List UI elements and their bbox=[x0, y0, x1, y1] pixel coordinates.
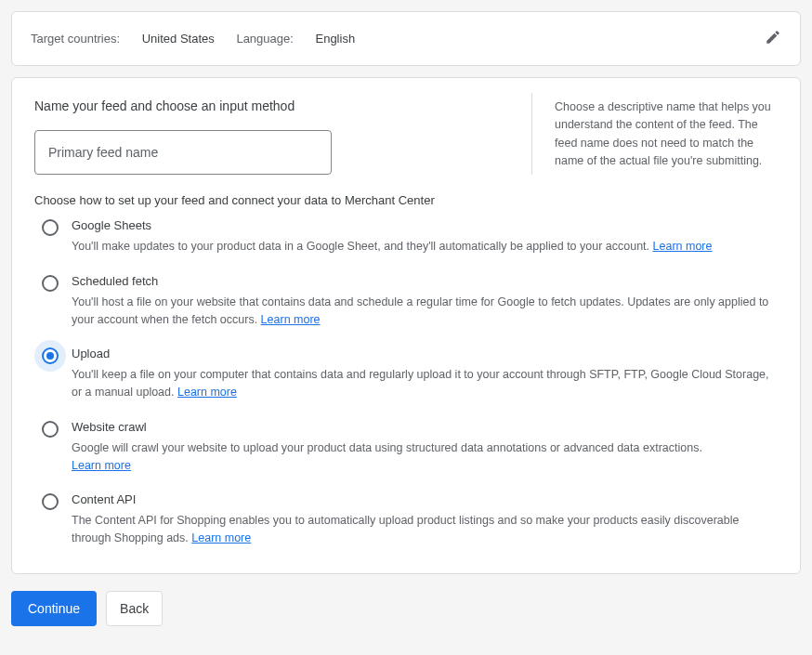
radio-upload[interactable]: Upload You'll keep a file on your comput… bbox=[34, 347, 778, 401]
radio-icon bbox=[42, 219, 59, 236]
language-label: Language: bbox=[236, 32, 293, 46]
radio-icon bbox=[42, 421, 59, 438]
radio-description: You'll make updates to your product data… bbox=[72, 240, 649, 253]
radio-title: Content API bbox=[72, 492, 778, 506]
radio-title: Google Sheets bbox=[72, 218, 778, 232]
radio-icon bbox=[42, 275, 59, 292]
button-row: Continue Back bbox=[11, 591, 801, 626]
radio-title: Scheduled fetch bbox=[72, 274, 778, 288]
edit-icon[interactable] bbox=[765, 29, 781, 48]
radio-title: Website crawl bbox=[72, 420, 778, 434]
learn-more-link[interactable]: Learn more bbox=[191, 531, 251, 544]
feed-name-input[interactable] bbox=[34, 130, 332, 175]
target-countries-value: United States bbox=[142, 32, 215, 46]
help-text: Choose a descriptive name that helps you… bbox=[555, 98, 778, 171]
target-countries-label: Target countries: bbox=[31, 32, 120, 46]
input-method-label: Choose how to set up your feed and conne… bbox=[34, 193, 778, 207]
radio-scheduled-fetch[interactable]: Scheduled fetch You'll host a file on yo… bbox=[34, 274, 778, 329]
radio-google-sheets[interactable]: Google Sheets You'll make updates to you… bbox=[34, 218, 778, 255]
language-value: English bbox=[315, 32, 355, 46]
radio-title: Upload bbox=[72, 347, 778, 360]
radio-icon bbox=[42, 347, 59, 364]
vertical-divider bbox=[531, 93, 532, 175]
radio-content-api[interactable]: Content API The Content API for Shopping… bbox=[34, 492, 778, 547]
section-heading: Name your feed and choose an input metho… bbox=[34, 98, 509, 113]
main-card: Name your feed and choose an input metho… bbox=[11, 77, 801, 574]
radio-icon bbox=[42, 493, 59, 510]
summary-card: Target countries: United States Language… bbox=[11, 11, 801, 66]
continue-button[interactable]: Continue bbox=[11, 591, 97, 626]
learn-more-link[interactable]: Learn more bbox=[72, 459, 131, 472]
learn-more-link[interactable]: Learn more bbox=[653, 240, 713, 253]
learn-more-link[interactable]: Learn more bbox=[261, 313, 321, 326]
learn-more-link[interactable]: Learn more bbox=[177, 386, 237, 399]
input-method-radio-group: Google Sheets You'll make updates to you… bbox=[34, 218, 778, 547]
back-button[interactable]: Back bbox=[106, 591, 163, 626]
radio-description: The Content API for Shopping enables you… bbox=[72, 514, 739, 544]
radio-website-crawl[interactable]: Website crawl Google will crawl your web… bbox=[34, 420, 778, 475]
radio-description: Google will crawl your website to upload… bbox=[72, 441, 702, 454]
summary-text: Target countries: United States Language… bbox=[31, 32, 355, 46]
radio-description: You'll keep a file on your computer that… bbox=[72, 368, 769, 399]
radio-description: You'll host a file on your website that … bbox=[72, 295, 768, 326]
